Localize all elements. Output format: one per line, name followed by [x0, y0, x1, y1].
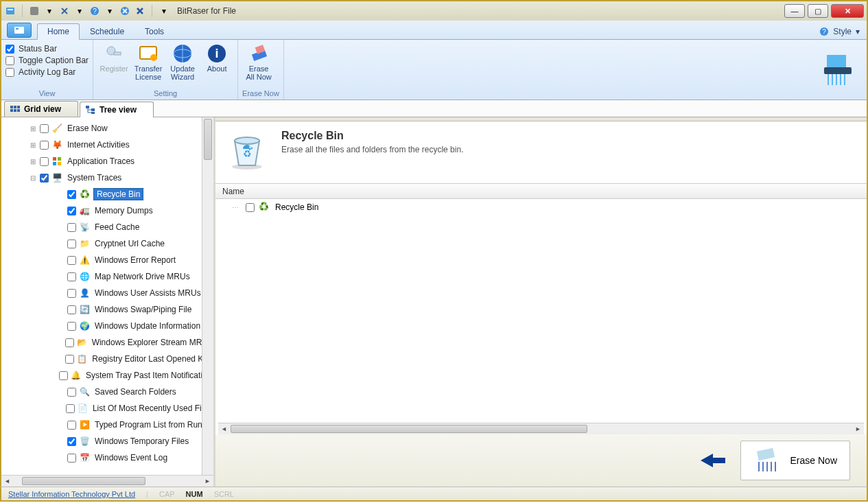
grid-view-tab[interactable]: Grid view — [4, 101, 78, 117]
app-button[interactable] — [7, 23, 32, 38]
tree-checkbox[interactable] — [40, 141, 49, 150]
tree-checkbox[interactable] — [67, 272, 76, 281]
tree-checkbox[interactable] — [40, 174, 49, 183]
list-checkbox[interactable] — [246, 203, 255, 212]
tree-item[interactable]: 🗑️Windows Temporary Files — [1, 433, 213, 449]
qat-overflow-icon[interactable]: ▾ — [158, 5, 170, 17]
main-area: ⊞🧹Erase Now ⊞🦊Internet Activities ⊞Appli… — [0, 117, 868, 487]
register-button[interactable]: Register — [97, 41, 130, 81]
tree-item[interactable]: 🔄Windows Swap/Piping File — [1, 301, 213, 318]
tree-item[interactable]: 📋Registry Editor Last Opened Key — [1, 351, 213, 367]
scissors-icon[interactable] — [58, 5, 71, 17]
tree-checkbox[interactable] — [67, 289, 76, 298]
arrow-left-icon — [699, 452, 727, 469]
tree-checkbox[interactable] — [67, 305, 76, 314]
qat-dropdown-3[interactable]: ▾ — [104, 5, 116, 17]
style-dropdown[interactable]: ? Style ▾ — [812, 24, 867, 39]
tree-vertical-scrollbar[interactable] — [202, 117, 213, 475]
close-button[interactable]: ✕ — [831, 4, 864, 18]
tree-item[interactable]: ▶️Typed Program List from Run — [1, 417, 213, 433]
scroll-left-icon[interactable]: ◄ — [1, 476, 13, 487]
expand-icon[interactable]: ⊞ — [29, 141, 37, 149]
tab-home[interactable]: Home — [37, 23, 80, 40]
expand-icon[interactable]: ⊞ — [29, 158, 37, 165]
tree-item[interactable]: ⚠️Windows Error Report — [1, 252, 213, 268]
qat-dropdown-1[interactable]: ▾ — [43, 5, 56, 17]
tree-checkbox[interactable] — [67, 239, 76, 248]
feed-icon: 📡 — [79, 222, 90, 233]
transfer-license-button[interactable]: TransferLicense — [132, 41, 165, 81]
expand-icon[interactable]: ⊞ — [29, 125, 37, 132]
tree-item[interactable]: 📅Windows Event Log — [1, 449, 213, 466]
tree-checkbox[interactable] — [40, 157, 49, 166]
scroll-right-icon[interactable]: ► — [852, 423, 864, 434]
content-horizontal-scrollbar[interactable]: ◄ ► — [218, 423, 864, 434]
tree-item[interactable]: 🌍Windows Update Information — [1, 318, 213, 334]
tree-checkbox[interactable] — [67, 207, 76, 215]
vendor-link[interactable]: Stellar Information Technology Pvt Ltd — [8, 490, 135, 498]
tree-checkbox[interactable] — [66, 404, 75, 413]
tree-checkbox[interactable] — [67, 454, 76, 463]
app-menu-icon[interactable] — [4, 5, 16, 17]
tree-checkbox[interactable] — [67, 190, 76, 199]
erase-all-now-button[interactable]: EraseAll Now — [242, 41, 275, 81]
tree-item-recycle-bin[interactable]: ♻️Recycle Bin — [1, 186, 213, 202]
tree-checkbox[interactable] — [65, 338, 74, 347]
tree-item[interactable]: 🔔System Tray Past Item Notifications — [1, 367, 213, 384]
content-list: Name ⋯ ♻️ Recycle Bin — [215, 183, 867, 423]
column-header-name[interactable]: Name — [215, 184, 867, 199]
tree-internet[interactable]: ⊞🦊Internet Activities — [1, 137, 213, 153]
about-button[interactable]: i About — [200, 41, 233, 81]
tree-item[interactable]: 📡Feed Cache — [1, 219, 213, 235]
tree-item[interactable]: 📂Windows Explorer Stream MRUs — [1, 334, 213, 351]
qat-dropdown-2[interactable]: ▾ — [73, 5, 86, 17]
error-icon: ⚠️ — [79, 255, 90, 266]
maximize-button[interactable]: ▢ — [808, 4, 828, 18]
tree-checkbox[interactable] — [67, 421, 76, 430]
tree-app-traces[interactable]: ⊞Application Traces — [1, 153, 213, 169]
recycle-bin-large-icon: ♻ — [226, 130, 268, 171]
svg-rect-43 — [756, 448, 774, 461]
tree-item[interactable]: 👤Windows User Assists MRUs — [1, 285, 213, 301]
cancel-icon[interactable] — [119, 5, 131, 17]
minimize-button[interactable]: — — [784, 4, 805, 18]
help-icon[interactable]: ? — [89, 5, 101, 17]
chk-activity-log[interactable]: Activity Log Bar — [5, 67, 89, 77]
tree-checkbox[interactable] — [67, 256, 76, 265]
tree-item[interactable]: 🔍Saved Search Folders — [1, 384, 213, 400]
tree-checkbox[interactable] — [59, 371, 68, 380]
tree-checkbox[interactable] — [67, 437, 76, 446]
update-wizard-button[interactable]: UpdateWizard — [166, 41, 199, 81]
tree-view-tab[interactable]: Tree view — [80, 102, 154, 117]
tree-checkbox[interactable] — [67, 223, 76, 232]
erase-now-button[interactable]: Erase Now — [740, 441, 850, 480]
run-icon: ▶️ — [79, 419, 90, 430]
recycle-bin-small-icon: ♻️ — [259, 202, 270, 213]
tab-schedule[interactable]: Schedule — [80, 23, 134, 39]
tree-checkbox[interactable] — [67, 322, 76, 331]
chk-status-bar[interactable]: Status Bar — [5, 44, 89, 54]
close-blue-icon[interactable] — [134, 5, 146, 17]
svg-rect-28 — [14, 106, 16, 108]
tree-system-traces[interactable]: ⊟🖥️System Traces — [1, 169, 213, 186]
tree-scroll[interactable]: ⊞🧹Erase Now ⊞🦊Internet Activities ⊞Appli… — [1, 117, 213, 475]
tree-item[interactable]: 📁Cryptnet Url Cache — [1, 235, 213, 252]
svg-rect-33 — [86, 106, 89, 108]
globe-icon — [172, 43, 193, 65]
tree-checkbox[interactable] — [40, 124, 49, 133]
tree-item[interactable]: 🌐Map Network Drive MRUs — [1, 268, 213, 285]
list-row[interactable]: ⋯ ♻️ Recycle Bin — [215, 199, 867, 215]
scroll-right-icon[interactable]: ► — [202, 476, 213, 487]
tree-item[interactable]: 📄List Of Most Recently Used Files — [1, 400, 213, 417]
tree-erase-now[interactable]: ⊞🧹Erase Now — [1, 120, 213, 137]
collapse-icon[interactable]: ⊟ — [29, 174, 37, 182]
tree-item[interactable]: 🚛Memory Dumps — [1, 202, 213, 219]
chk-toggle-caption[interactable]: Toggle Caption Bar — [5, 56, 89, 65]
tab-tools[interactable]: Tools — [134, 23, 174, 39]
tree-checkbox[interactable] — [67, 388, 76, 397]
tree-checkbox[interactable] — [65, 355, 74, 364]
qat-icon-1[interactable] — [28, 5, 40, 17]
status-bar: Stellar Information Technology Pvt Ltd |… — [0, 487, 868, 502]
tree-horizontal-scrollbar[interactable]: ◄ ► — [1, 475, 213, 487]
scroll-left-icon[interactable]: ◄ — [218, 423, 230, 434]
